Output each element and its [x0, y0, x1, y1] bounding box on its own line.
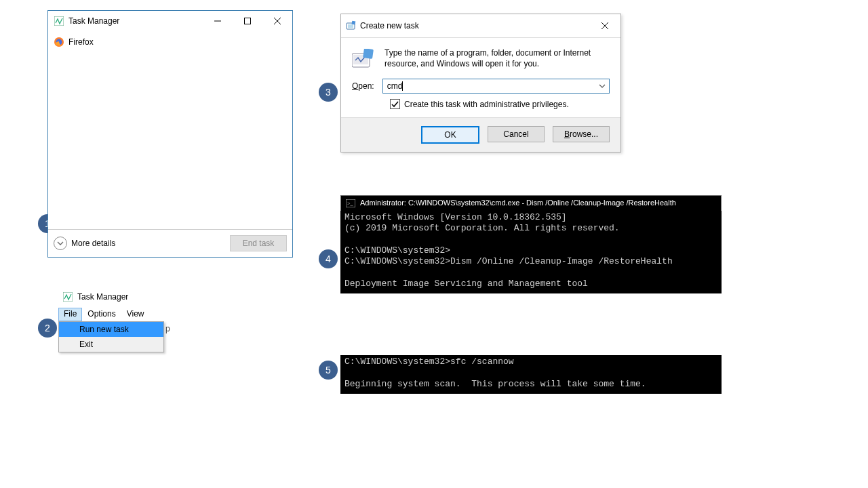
step-badge-2: 2 — [38, 319, 57, 338]
menu-file[interactable]: File — [58, 308, 82, 321]
task-manager-titlebar[interactable]: Task Manager — [48, 11, 292, 31]
create-new-task-dialog: Create new task Type the name of a progr… — [340, 14, 621, 152]
firefox-icon — [54, 37, 64, 47]
run-instruction-icon — [352, 47, 375, 70]
svg-rect-9 — [348, 24, 353, 28]
menu-run-new-task[interactable]: Run new task — [59, 322, 163, 337]
more-details-label: More details — [71, 239, 115, 248]
task-manager-footer: More details End task — [48, 229, 292, 257]
more-details-toggle[interactable]: More details — [54, 237, 115, 250]
end-task-label: End task — [243, 239, 275, 248]
task-manager-process-list[interactable]: Firefox — [48, 31, 292, 229]
svg-rect-7 — [63, 292, 73, 302]
cmd-icon: >_ — [345, 198, 356, 209]
minimize-button[interactable] — [203, 11, 233, 31]
task-manager-title: Task Manager — [68, 16, 119, 26]
cmd-titlebar[interactable]: >_ Administrator: C:\WINDOWS\system32\cm… — [340, 195, 722, 211]
process-name: Firefox — [68, 37, 94, 47]
run-dialog-icon — [345, 20, 356, 31]
dialog-titlebar[interactable]: Create new task — [341, 14, 620, 38]
menu-view[interactable]: View — [121, 308, 150, 321]
process-row[interactable]: Firefox — [52, 34, 288, 50]
background-text-peek: p — [165, 324, 170, 333]
cancel-button[interactable]: Cancel — [488, 126, 545, 142]
end-task-button[interactable]: End task — [230, 235, 287, 251]
cmd-output[interactable]: Microsoft Windows [Version 10.0.18362.53… — [340, 211, 722, 293]
svg-text:>_: >_ — [347, 201, 354, 207]
step-badge-4: 4 — [319, 249, 338, 268]
step-badge-3: 3 — [319, 83, 338, 102]
task-manager-menubar-fragment: Task Manager File Options View Run new t… — [58, 289, 180, 321]
cmd-title: Administrator: C:\WINDOWS\system32\cmd.e… — [360, 199, 676, 208]
menu-exit[interactable]: Exit — [59, 337, 163, 352]
text-caret-icon — [402, 81, 403, 91]
svg-rect-0 — [54, 16, 64, 26]
step-badge-5: 5 — [319, 361, 338, 380]
cmd-window-sfc[interactable]: C:\WINDOWS\system32>sfc /scannow Beginni… — [340, 355, 722, 394]
menubar: File Options View — [58, 308, 180, 321]
chevron-down-icon[interactable] — [598, 81, 606, 91]
cmd-output[interactable]: C:\WINDOWS\system32>sfc /scannow Beginni… — [340, 355, 722, 394]
open-value: cmd — [387, 81, 403, 91]
svg-rect-15 — [363, 49, 374, 59]
browse-button[interactable]: Browse... — [553, 126, 610, 142]
dialog-instruction: Type the name of a program, folder, docu… — [384, 47, 610, 70]
open-combobox[interactable]: cmd — [382, 79, 610, 94]
admin-checkbox[interactable] — [390, 99, 400, 109]
open-label: Open: — [352, 81, 374, 91]
svg-rect-2 — [245, 18, 251, 24]
task-manager-title: Task Manager — [77, 292, 128, 302]
task-manager-icon — [54, 16, 64, 26]
menu-options[interactable]: Options — [82, 308, 121, 321]
dialog-title: Create new task — [360, 21, 419, 30]
cmd-window-dism[interactable]: >_ Administrator: C:\WINDOWS\system32\cm… — [340, 195, 722, 293]
file-menu-dropdown: Run new task Exit — [58, 321, 164, 352]
maximize-button[interactable] — [233, 11, 262, 31]
ok-button[interactable]: OK — [421, 126, 479, 144]
admin-checkbox-label[interactable]: Create this task with administrative pri… — [404, 100, 569, 109]
dialog-button-row: OK Cancel Browse... — [341, 117, 620, 152]
close-button[interactable] — [593, 16, 616, 36]
task-manager-window: Task Manager Firefox More details End ta… — [47, 10, 293, 258]
chevron-down-icon — [54, 237, 67, 250]
close-button[interactable] — [262, 11, 292, 31]
svg-rect-10 — [352, 21, 356, 25]
task-manager-icon — [62, 291, 73, 302]
